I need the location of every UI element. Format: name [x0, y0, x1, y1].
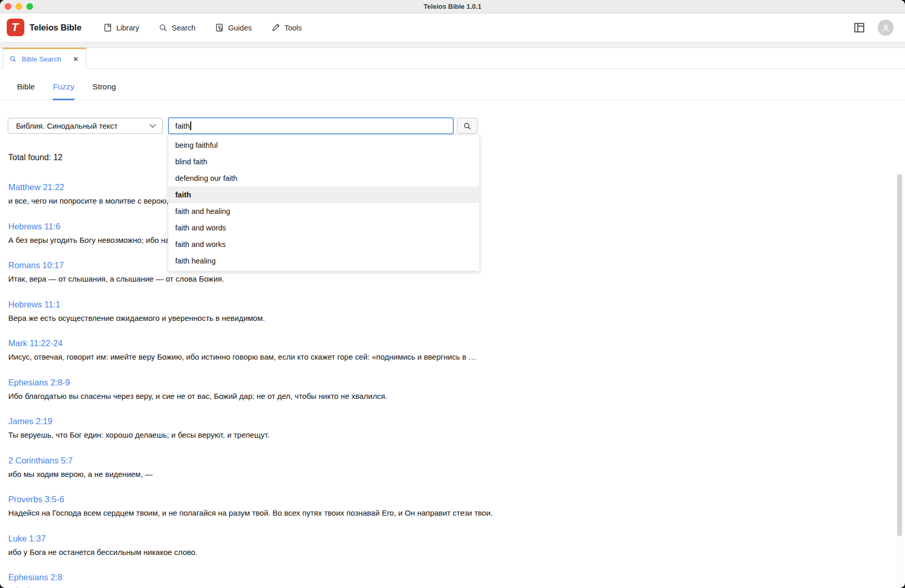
verse-text: Иисус, отвечая, говорит им: имейте веру …: [8, 352, 884, 361]
verse-text: Ибо благодатью вы спасены через веру, и …: [8, 392, 884, 400]
verse-text: Итак, вера — от слышания, а слышание — о…: [8, 274, 884, 283]
nav-tools[interactable]: Tools: [271, 23, 302, 32]
verse-reference-link[interactable]: 2 Corinthians 5:7: [8, 455, 884, 466]
search-mode-tab[interactable]: Fuzzy: [53, 69, 74, 100]
app-window: Teleios Bible 1.0.1 T Teleios Bible Libr…: [0, 0, 905, 588]
tab-strip: [0, 42, 905, 48]
text-caret: [190, 121, 191, 130]
nav-search-label: Search: [172, 24, 195, 32]
suggestion-item[interactable]: faith and healing: [168, 203, 479, 220]
search-result: Mark 11:22-24 Иисус, отвечая, говорит им…: [8, 338, 884, 361]
suggestion-item[interactable]: defending our faith: [168, 170, 479, 187]
search-mode-tab[interactable]: Strong: [93, 69, 116, 100]
layout-panel-button[interactable]: [853, 22, 865, 34]
suggestion-item[interactable]: faith healing: [168, 253, 479, 269]
search-mode-tab-label: Bible: [17, 82, 35, 91]
verse-reference-link[interactable]: Ephesians 2:8: [8, 572, 884, 582]
verse-reference-link[interactable]: Hebrews 11:1: [8, 299, 884, 310]
nav-tools-label: Tools: [284, 24, 302, 32]
search-result: Proverbs 3:5-6 Надейся на Господа всем с…: [8, 494, 884, 517]
document-tab-bible-search[interactable]: Bible Search ✕: [3, 48, 86, 69]
search-tab-icon: [9, 55, 17, 63]
search-mode-tab-label: Strong: [93, 82, 116, 91]
app-name: Teleios Bible: [29, 13, 82, 42]
verse-text: ибо у Бога не останется бессильным никак…: [8, 548, 884, 556]
chevron-down-icon: [149, 123, 156, 128]
verse-text: ибо мы ходим верою, а не видением, —: [8, 470, 884, 478]
suggestion-dropdown: being faithful blind faith defending our…: [168, 135, 480, 271]
search-mode-tabs: Bible Fuzzy Strong: [0, 69, 905, 100]
suggestion-item[interactable]: faith: [168, 187, 479, 203]
document-search-icon: [215, 23, 224, 32]
search-mode-tab[interactable]: Bible: [17, 69, 35, 100]
window-title: Teleios Bible 1.0.1: [0, 0, 905, 13]
book-icon: [103, 23, 112, 32]
search-input[interactable]: faith: [168, 117, 454, 134]
search-result: Luke 1:37 ибо у Бога не останется бессил…: [8, 533, 884, 556]
search-result: 2 Corinthians 5:7 ибо мы ходим верою, а …: [8, 455, 884, 478]
nav-guides-label: Guides: [228, 24, 252, 32]
document-tab-label: Bible Search: [22, 55, 72, 63]
pen-tool-icon: [271, 23, 280, 32]
verse-reference-link[interactable]: Mark 11:22-24: [8, 338, 884, 348]
suggestion-item[interactable]: faith and works: [168, 236, 479, 253]
search-result: Ephesians 2:8-9 Ибо благодатью вы спасен…: [8, 377, 884, 400]
header-right: [853, 13, 894, 42]
verse-text: Вера же есть осуществление ожидаемого и …: [8, 314, 884, 322]
logo-letter: T: [11, 22, 18, 33]
titlebar: Teleios Bible 1.0.1: [0, 0, 905, 13]
scrollbar-thumb[interactable]: [897, 174, 902, 536]
scrollbar-track[interactable]: [896, 171, 904, 588]
search-result: Ephesians 2:8 Ибо благодатью вы спасены …: [8, 572, 884, 588]
user-avatar[interactable]: [878, 20, 894, 36]
nav-library-label: Library: [116, 24, 139, 32]
search-icon: [159, 23, 167, 32]
search-result: James 2:19 Ты веруешь, что Бог един: хор…: [8, 416, 884, 439]
suggestion-item[interactable]: being faithful: [168, 137, 479, 153]
verse-reference-link[interactable]: Ephesians 2:8-9: [8, 377, 884, 388]
verse-text: Надейся на Господа всем сердцем твоим, и…: [8, 508, 884, 517]
person-icon: [881, 23, 891, 33]
suggestion-item[interactable]: faith and words: [168, 220, 479, 236]
verse-reference-link[interactable]: James 2:19: [8, 416, 884, 426]
nav-guides[interactable]: Guides: [215, 23, 252, 32]
suggestion-item[interactable]: blind faith: [168, 153, 479, 170]
nav-library[interactable]: Library: [103, 23, 139, 32]
translation-select[interactable]: Библия. Синодальный текст: [8, 118, 163, 134]
search-button-icon: [463, 122, 471, 130]
layout-panel-icon: [853, 22, 865, 34]
tab-close-icon[interactable]: ✕: [72, 55, 80, 64]
nav-search[interactable]: Search: [159, 23, 195, 32]
app-header: T Teleios Bible Library Search Guides To…: [0, 13, 905, 42]
search-result: Hebrews 11:1 Вера же есть осуществление …: [8, 299, 884, 322]
verse-reference-link[interactable]: Luke 1:37: [8, 533, 884, 544]
total-found-label: Total found: 12: [8, 153, 63, 162]
app-logo: T: [7, 19, 24, 36]
verse-text: Ты веруешь, что Бог един: хорошо делаешь…: [8, 430, 884, 439]
search-query-text: faith: [175, 121, 190, 130]
translation-select-value: Библия. Синодальный текст: [16, 121, 149, 130]
tab-divider-right: [86, 68, 905, 69]
search-button[interactable]: [457, 118, 478, 134]
verse-reference-link[interactable]: Proverbs 3:5-6: [8, 494, 884, 504]
main-nav: Library Search Guides Tools: [103, 13, 302, 42]
search-mode-tab-label: Fuzzy: [53, 82, 74, 91]
